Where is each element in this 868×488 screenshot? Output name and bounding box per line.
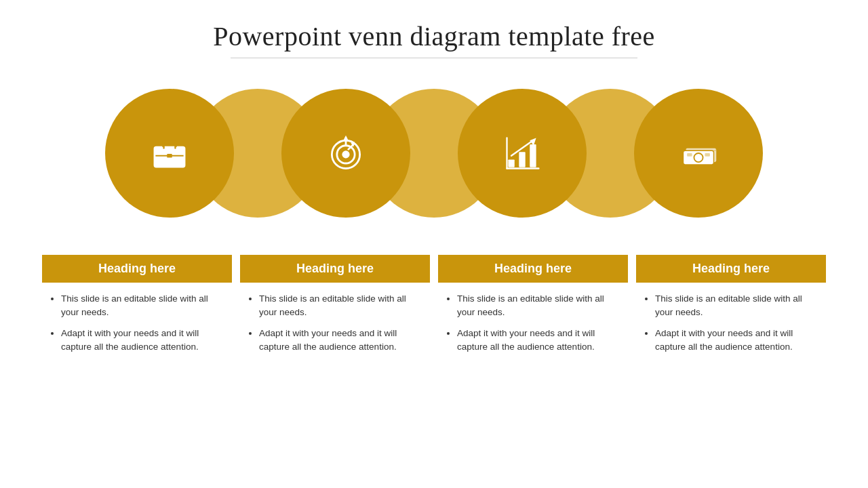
card-1-bullet-2: Adapt it with your needs and it will cap… [61,327,225,354]
briefcase-icon [149,133,190,174]
card-4-bullet-1: This slide is an editable slide with all… [655,292,819,320]
svg-rect-25 [705,153,710,157]
card-2-bullet-1: This slide is an editable slide with all… [259,292,423,320]
card-3-body: This slide is an editable slide with all… [438,289,628,363]
money-icon [678,133,719,174]
circles-container [105,89,763,218]
svg-rect-14 [519,152,525,167]
card-3-heading: Heading here [438,255,628,283]
card-1: Heading here This slide is an editable s… [42,255,232,363]
card-4-bullet-2: Adapt it with your needs and it will cap… [655,327,819,354]
svg-marker-10 [343,136,349,141]
card-4-heading: Heading here [636,255,826,283]
svg-rect-5 [167,154,172,158]
card-2-body: This slide is an editable slide with all… [240,289,430,363]
card-3-bullet-2: Adapt it with your needs and it will cap… [457,327,621,354]
slide: Powerpoint venn diagram template free [0,0,868,488]
cards-section: Heading here This slide is an editable s… [41,255,827,363]
chart-icon [502,133,542,174]
card-1-bullet-1: This slide is an editable slide with all… [61,292,225,320]
svg-point-8 [342,150,349,158]
title-section: Powerpoint venn diagram template free [41,20,827,58]
svg-rect-15 [530,144,536,167]
svg-rect-24 [687,153,692,157]
venn-circle-5 [458,89,587,218]
card-2-bullet-2: Adapt it with your needs and it will cap… [259,327,423,354]
card-1-heading: Heading here [42,255,232,283]
venn-circle-1 [105,89,234,218]
card-3-bullet-1: This slide is an editable slide with all… [457,292,621,320]
venn-circle-7 [634,89,763,218]
card-1-body: This slide is an editable slide with all… [42,289,232,363]
title-divider [231,58,637,58]
venn-diagram [41,72,827,235]
slide-title: Powerpoint venn diagram template free [41,20,827,52]
card-3: Heading here This slide is an editable s… [438,255,628,363]
target-icon [326,133,366,174]
venn-circle-3 [281,89,410,218]
card-4-body: This slide is an editable slide with all… [636,289,826,363]
card-4: Heading here This slide is an editable s… [636,255,826,363]
svg-rect-13 [508,159,514,167]
card-2: Heading here This slide is an editable s… [240,255,430,363]
card-2-heading: Heading here [240,255,430,283]
